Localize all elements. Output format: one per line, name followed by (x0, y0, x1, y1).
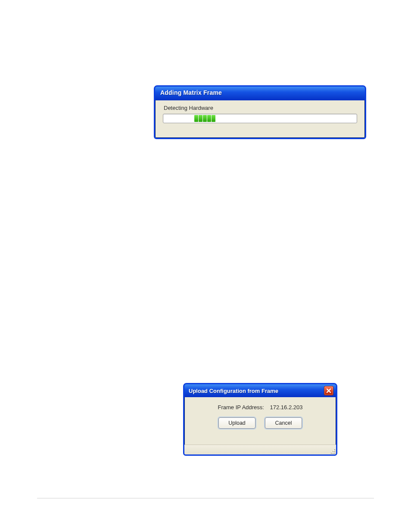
dialog-title: Adding Matrix Frame (160, 89, 222, 96)
frame-ip-label: Frame IP Address: (218, 404, 264, 411)
page-footer-divider (37, 498, 374, 498)
progress-status-text: Detecting Hardware (164, 105, 357, 111)
progress-bar-track-spacer (165, 115, 194, 122)
adding-matrix-frame-dialog: Adding Matrix Frame Detecting Hardware (154, 85, 366, 139)
dialog-statusbar (184, 445, 336, 454)
dialog-title: Upload Configuration from Frame (189, 388, 324, 394)
dialog-titlebar[interactable]: Adding Matrix Frame (155, 87, 365, 100)
upload-configuration-dialog: Upload Configuration from Frame Frame IP… (183, 383, 337, 456)
frame-ip-value: 172.16.2.203 (270, 404, 303, 411)
dialog-button-row: Upload Cancel (218, 417, 302, 429)
progress-block (212, 115, 215, 122)
close-button[interactable] (324, 386, 333, 395)
dialog-body: Detecting Hardware (155, 100, 365, 129)
progress-block (207, 115, 211, 122)
progress-block (194, 115, 198, 122)
dialog-titlebar[interactable]: Upload Configuration from Frame (184, 384, 336, 397)
progress-bar (163, 114, 357, 123)
dialog-body: Frame IP Address: 172.16.2.203 Upload Ca… (184, 397, 336, 445)
resize-grip-icon[interactable] (329, 448, 335, 454)
frame-ip-row: Frame IP Address: 172.16.2.203 (218, 404, 303, 411)
upload-button[interactable]: Upload (218, 417, 255, 429)
close-icon (326, 388, 331, 393)
progress-block (203, 115, 207, 122)
progress-block (199, 115, 202, 122)
cancel-button[interactable]: Cancel (265, 417, 302, 429)
